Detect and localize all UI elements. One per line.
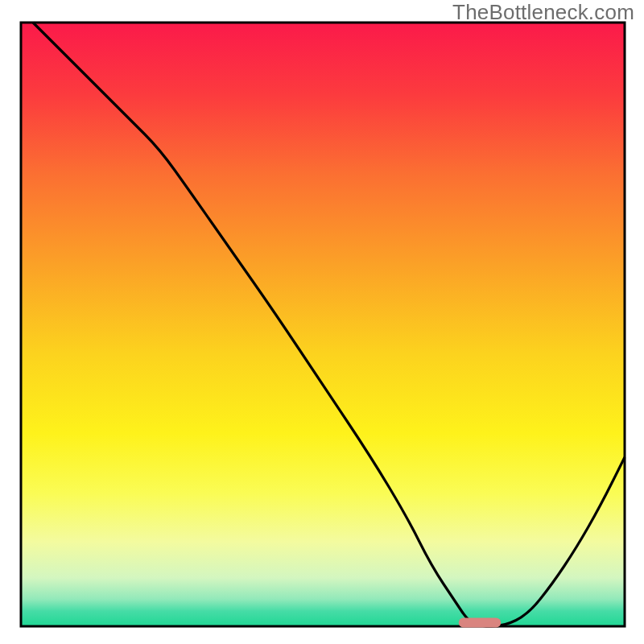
chart-container: TheBottleneck.com <box>0 0 644 644</box>
optimal-range-marker <box>459 618 502 628</box>
watermark-text: TheBottleneck.com <box>452 0 634 25</box>
plot-background <box>21 23 625 626</box>
bottleneck-chart <box>0 0 644 644</box>
